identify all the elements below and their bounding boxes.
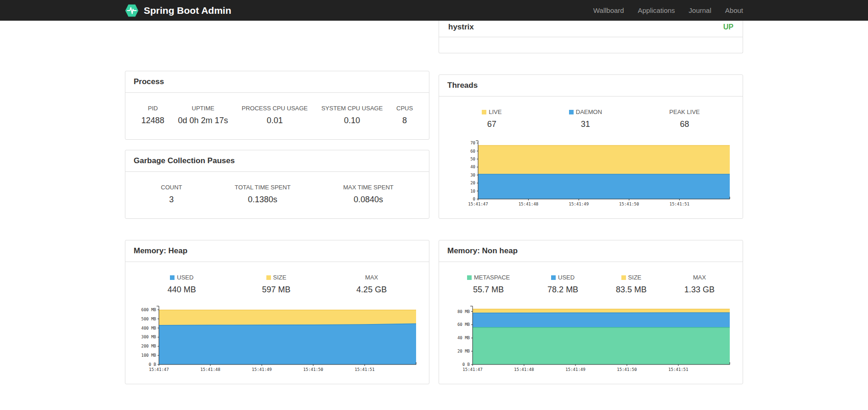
svg-text:15:41:48: 15:41:48 (200, 367, 220, 372)
svg-text:15:41:50: 15:41:50 (617, 367, 637, 372)
svg-text:15:41:47: 15:41:47 (468, 202, 488, 206)
svg-text:15:41:48: 15:41:48 (518, 202, 538, 206)
brand-link[interactable]: Spring Boot Admin (125, 4, 231, 17)
legend-value: 78.2 MB (547, 285, 578, 295)
stat-label: MAX TIME SPENT (343, 184, 394, 191)
legend-value: 440 MB (168, 285, 196, 295)
spring-boot-admin-logo-icon (125, 4, 139, 17)
svg-text:60 MB: 60 MB (457, 322, 469, 327)
legend-label: USED (547, 274, 578, 281)
gc-panel-title: Garbage Collection Pauses (125, 150, 429, 172)
application-row-hystrix[interactable]: hystrix UP (439, 21, 743, 37)
memory-nonheap-panel-title: Memory: Non heap (439, 240, 743, 262)
stat-gc-count: COUNT 3 (161, 184, 182, 205)
stat-value: 0.01 (242, 116, 308, 125)
status-badge: UP (723, 23, 733, 31)
application-name: hystrix (448, 23, 474, 32)
navbar: Spring Boot Admin Wallboard Applications… (0, 0, 868, 21)
size-swatch (266, 275, 271, 280)
legend-label-text: USED (177, 274, 193, 281)
memory-heap-chart: 0 B100 MB200 MB300 MB400 MB500 MB600 MB1… (135, 304, 420, 374)
threads-chart-area: 01020304050607015:41:4715:41:4815:41:491… (439, 138, 743, 218)
legend-label: PEAK LIVE (669, 108, 699, 115)
svg-text:0: 0 (473, 197, 475, 201)
legend-nonheap-used: USED 78.2 MB (547, 274, 578, 295)
stat-process-cpu-usage: PROCESS CPU USAGE 0.01 (242, 105, 308, 125)
used-swatch (170, 275, 175, 280)
svg-text:15:41:51: 15:41:51 (355, 367, 374, 372)
svg-text:0 B: 0 B (148, 362, 156, 367)
process-panel-title: Process (125, 71, 429, 93)
svg-text:15:41:51: 15:41:51 (668, 367, 688, 372)
process-stats: PID 12488 UPTIME 0d 0h 2m 17s PROCESS CP… (125, 93, 429, 139)
svg-text:500 MB: 500 MB (141, 317, 156, 321)
legend-nonheap-max: MAX 1.33 GB (684, 274, 715, 295)
svg-text:40 MB: 40 MB (457, 336, 469, 340)
legend-label: SIZE (262, 274, 290, 281)
legend-peak-live: PEAK LIVE 68 (669, 108, 699, 129)
svg-text:10: 10 (470, 189, 475, 194)
svg-text:15:41:49: 15:41:49 (565, 367, 585, 372)
legend-label: SIZE (616, 274, 647, 281)
legend-value: 55.7 MB (467, 285, 510, 295)
memory-heap-panel-title: Memory: Heap (125, 240, 429, 262)
stat-gc-max-time: MAX TIME SPENT 0.0840s (343, 184, 394, 205)
svg-text:40: 40 (470, 165, 475, 169)
heap-chart-area: 0 B100 MB200 MB300 MB400 MB500 MB600 MB1… (125, 304, 429, 384)
stat-label: TOTAL TIME SPENT (235, 184, 291, 191)
legend-label-text: PEAK LIVE (669, 108, 699, 115)
legend-label: METASPACE (467, 274, 510, 281)
stat-label: CPUS (396, 105, 413, 112)
memory-nonheap-chart: 0 B20 MB40 MB60 MB80 MB15:41:4715:41:481… (449, 304, 733, 374)
threads-panel-title: Threads (439, 75, 743, 97)
stat-uptime: UPTIME 0d 0h 2m 17s (178, 105, 228, 125)
used-swatch (551, 275, 556, 280)
stat-system-cpu-usage: SYSTEM CPU USAGE 0.10 (321, 105, 383, 125)
nav-wallboard[interactable]: Wallboard (593, 6, 624, 14)
svg-text:15:41:50: 15:41:50 (303, 367, 323, 372)
legend-label-text: SIZE (628, 274, 642, 281)
legend-live: LIVE 67 (482, 108, 502, 129)
threads-legend: LIVE 67 DAEMON 31 PEAK LIVE 68 (439, 97, 743, 132)
legend-daemon: DAEMON 31 (569, 108, 602, 129)
legend-label: MAX (356, 274, 387, 281)
left-column: Process PID 12488 UPTIME 0d 0h 2m 17s PR… (125, 21, 429, 384)
stat-label: COUNT (161, 184, 182, 191)
heap-legend: USED 440 MB SIZE 597 MB MAX 4.25 GB (125, 262, 429, 297)
nav-journal[interactable]: Journal (689, 6, 711, 14)
stat-pid: PID 12488 (141, 105, 164, 125)
legend-value: 31 (569, 120, 602, 129)
legend-value: 1.33 GB (684, 285, 715, 295)
nav-about[interactable]: About (725, 6, 743, 14)
legend-label-text: LIVE (489, 108, 502, 115)
svg-text:30: 30 (470, 173, 475, 177)
legend-heap-max: MAX 4.25 GB (356, 274, 387, 295)
legend-heap-size: SIZE 597 MB (262, 274, 290, 295)
svg-text:15:41:49: 15:41:49 (252, 367, 271, 372)
live-swatch (482, 110, 486, 114)
legend-label-text: MAX (365, 274, 378, 281)
stat-label: PROCESS CPU USAGE (242, 105, 308, 112)
metaspace-swatch (467, 275, 472, 280)
legend-label: LIVE (482, 108, 502, 115)
legend-label: MAX (684, 274, 715, 281)
main-content: Process PID 12488 UPTIME 0d 0h 2m 17s PR… (125, 21, 743, 384)
stat-value: 0.1380s (235, 195, 291, 205)
stat-label: PID (141, 105, 164, 112)
svg-text:15:41:47: 15:41:47 (462, 367, 482, 372)
legend-label-text: SIZE (273, 274, 287, 281)
legend-value: 67 (482, 120, 502, 129)
svg-text:400 MB: 400 MB (141, 326, 156, 330)
svg-text:100 MB: 100 MB (141, 353, 156, 358)
stat-value: 3 (161, 195, 182, 205)
svg-text:20: 20 (470, 181, 475, 185)
svg-text:300 MB: 300 MB (141, 335, 156, 339)
legend-nonheap-size: SIZE 83.5 MB (616, 274, 647, 295)
size-swatch (621, 275, 626, 280)
legend-label-text: METASPACE (474, 274, 510, 281)
nav-applications[interactable]: Applications (638, 6, 675, 14)
svg-text:600 MB: 600 MB (141, 308, 156, 312)
svg-text:20 MB: 20 MB (457, 349, 469, 353)
legend-label: USED (168, 274, 196, 281)
stat-value: 8 (396, 116, 413, 125)
